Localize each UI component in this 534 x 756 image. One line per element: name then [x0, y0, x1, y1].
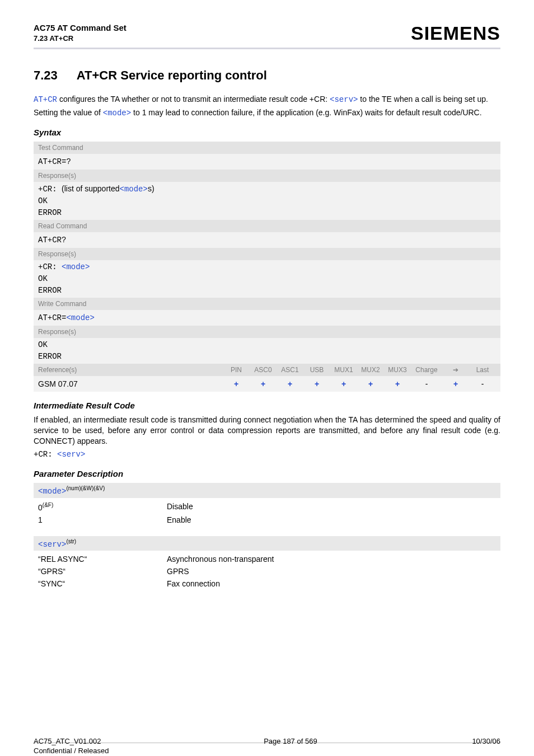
- header-subsection: 7.23 AT+CR: [34, 34, 127, 44]
- val-pin: +: [223, 379, 250, 388]
- test-response: +CR: (list of supported<mode>s) OK ERROR: [34, 182, 500, 220]
- write-command-label: Write Command: [34, 298, 500, 310]
- footer-right: 10/30/06: [472, 737, 500, 756]
- irc-code: +CR: <serv>: [34, 449, 500, 460]
- col-mux1: MUX1: [330, 366, 357, 374]
- intro-paragraph-2: Setting the value of <mode> to 1 may lea…: [34, 107, 500, 119]
- intro-paragraph-1: AT+CR configures the TA whether or not t…: [34, 94, 500, 105]
- test-command: AT+CR=?: [34, 154, 500, 170]
- section-heading: AT+CR Service reporting control: [77, 68, 267, 82]
- serv-link-2[interactable]: <serv>: [57, 450, 85, 459]
- serv-param-sup: (str): [66, 538, 76, 544]
- table-row: “REL ASYNC“ Asynchronous non-transparent: [38, 553, 496, 565]
- col-charge: Charge: [411, 366, 442, 374]
- response-label-3: Response(s): [34, 326, 500, 338]
- col-pin: PIN: [223, 366, 250, 374]
- references-label: Reference(s): [38, 366, 223, 374]
- table-row: “GPRS“ GPRS: [38, 565, 496, 577]
- serv-param-name[interactable]: <serv>: [38, 539, 66, 548]
- test-command-label: Test Command: [34, 142, 500, 154]
- footer-left: AC75_ATC_V01.002 Confidential / Released: [34, 737, 109, 756]
- mode-link[interactable]: <mode>: [103, 109, 131, 118]
- mode-param-sup: (num)(&W)(&V): [66, 485, 105, 491]
- param-key: 1: [38, 515, 167, 524]
- col-last: Last: [469, 366, 496, 374]
- col-usb: USB: [303, 366, 330, 374]
- page-footer: AC75_ATC_V01.002 Confidential / Released…: [34, 735, 500, 756]
- mode-link-3[interactable]: <mode>: [62, 262, 90, 271]
- mode-link-4[interactable]: <mode>: [66, 313, 94, 322]
- param-mode-body: 0(&F) Disable 1 Enable: [34, 498, 500, 532]
- mode-link-2[interactable]: <mode>: [120, 185, 148, 194]
- param-serv-body: “REL ASYNC“ Asynchronous non-transparent…: [34, 551, 500, 595]
- reference-value-row: GSM 07.07 + + + + + + + - + -: [34, 376, 500, 392]
- page-header: AC75 AT Command Set 7.23 AT+CR SIEMENS: [34, 22, 500, 44]
- gsm-reference: GSM 07.07: [38, 379, 223, 388]
- atcr-link[interactable]: AT+CR: [34, 95, 57, 104]
- read-command-label: Read Command: [34, 220, 500, 232]
- val-arrow: +: [442, 379, 469, 388]
- response-label: Response(s): [34, 170, 500, 182]
- header-rule: [34, 48, 500, 49]
- write-response: OK ERROR: [34, 338, 500, 364]
- param-key: 0(&F): [38, 502, 167, 512]
- product-name: AC75 AT Command Set: [34, 22, 127, 34]
- read-command: AT+CR?: [34, 232, 500, 248]
- param-key: “REL ASYNC“: [38, 555, 167, 564]
- val-mux3: +: [384, 379, 411, 388]
- write-command: AT+CR=<mode>: [34, 310, 500, 326]
- param-key: “GPRS“: [38, 567, 167, 576]
- col-asc1: ASC1: [277, 366, 303, 374]
- section-number: 7.23: [34, 68, 58, 83]
- table-row: “SYNC“ Fax connection: [38, 577, 496, 590]
- mode-param-name[interactable]: <mode>: [38, 487, 66, 496]
- section-title: 7.23AT+CR Service reporting control: [34, 68, 500, 83]
- param-value: Enable: [167, 515, 496, 524]
- syntax-table: Test Command AT+CR=? Response(s) +CR: (l…: [34, 142, 500, 392]
- col-mux3: MUX3: [384, 366, 411, 374]
- param-value: Disable: [167, 502, 496, 512]
- param-value: GPRS: [167, 567, 496, 576]
- response-label-2: Response(s): [34, 248, 500, 260]
- irc-paragraph: If enabled, an intermediate result code …: [34, 415, 500, 447]
- val-charge: -: [411, 379, 442, 388]
- param-value: Fax connection: [167, 579, 496, 588]
- param-key: “SYNC“: [38, 579, 167, 588]
- irc-heading: Intermediate Result Code: [34, 401, 500, 410]
- val-asc1: +: [277, 379, 303, 388]
- reference-header-row: Reference(s) PIN ASC0 ASC1 USB MUX1 MUX2…: [34, 364, 500, 376]
- header-left: AC75 AT Command Set 7.23 AT+CR: [34, 22, 127, 44]
- table-row: 1 Enable: [38, 514, 496, 526]
- footer-center: Page 187 of 569: [264, 737, 317, 756]
- col-mux2: MUX2: [357, 366, 384, 374]
- siemens-logo: SIEMENS: [411, 22, 500, 44]
- read-response: +CR: <mode> OK ERROR: [34, 260, 500, 298]
- param-serv-head: <serv>(str): [34, 536, 500, 551]
- syntax-heading: Syntax: [34, 128, 500, 137]
- param-desc-heading: Parameter Description: [34, 469, 500, 478]
- param-mode-block: <mode>(num)(&W)(&V) 0(&F) Disable 1 Enab…: [34, 483, 500, 531]
- val-usb: +: [303, 379, 330, 388]
- serv-link[interactable]: <serv>: [330, 95, 358, 104]
- val-last: -: [469, 379, 496, 388]
- table-row: 0(&F) Disable: [38, 500, 496, 514]
- col-arrow-icon: ➔: [442, 366, 469, 374]
- param-serv-block: <serv>(str) “REL ASYNC“ Asynchronous non…: [34, 536, 500, 596]
- val-asc0: +: [250, 379, 277, 388]
- col-asc0: ASC0: [250, 366, 277, 374]
- param-value: Asynchronous non-transparent: [167, 555, 496, 564]
- val-mux1: +: [330, 379, 357, 388]
- param-mode-head: <mode>(num)(&W)(&V): [34, 483, 500, 498]
- val-mux2: +: [357, 379, 384, 388]
